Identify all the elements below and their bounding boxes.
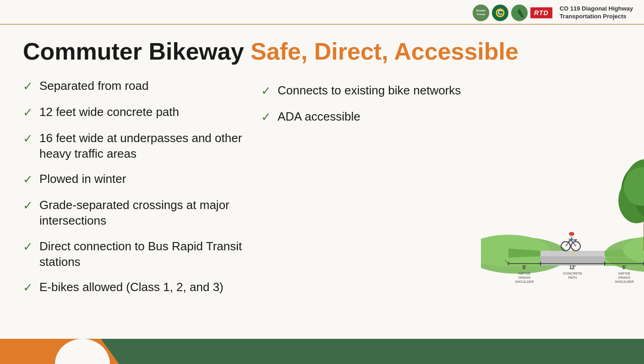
- list-item: ✓ 16 feet wide at underpasses and other …: [23, 131, 261, 162]
- list-item: ✓ ADA accessible: [261, 109, 481, 125]
- checkmark-icon: ✓: [23, 239, 33, 255]
- content-area: ✓ Separated from road ✓ 12 feet wide con…: [23, 78, 621, 306]
- svg-text:5': 5': [523, 265, 526, 270]
- right-column: ✓ Connects to existing bike networks ✓ A…: [261, 78, 481, 306]
- svg-text:12': 12': [569, 265, 576, 270]
- svg-point-37: [569, 232, 574, 236]
- svg-text:County: County: [477, 13, 486, 16]
- svg-rect-12: [540, 256, 605, 265]
- checkmark-icon: ✓: [23, 131, 33, 147]
- checkmark-icon: ✓: [23, 198, 33, 214]
- boulder-county-logo: Boulder County: [473, 5, 489, 21]
- svg-rect-11: [499, 258, 540, 266]
- logo-area: Boulder County C RTD CO 119 Diagonal: [473, 5, 633, 21]
- colorado-logo: C: [492, 5, 508, 21]
- svg-text:GRASS: GRASS: [518, 276, 530, 280]
- svg-text:5': 5': [622, 265, 626, 270]
- svg-text:NATIVE: NATIVE: [618, 271, 631, 276]
- bottom-bar: [0, 336, 644, 364]
- svg-text:CONCRETE: CONCRETE: [563, 271, 582, 276]
- checkmark-icon: ✓: [261, 110, 271, 125]
- svg-text:SHOULDER: SHOULDER: [615, 280, 634, 284]
- list-item: ✓ Separated from road: [23, 78, 261, 94]
- svg-text:Boulder: Boulder: [476, 9, 486, 12]
- mountain-logo: [511, 5, 528, 21]
- header: Boulder County C RTD CO 119 Diagonal: [0, 0, 644, 25]
- svg-text:SHOULDER: SHOULDER: [515, 280, 534, 284]
- svg-text:GRASS: GRASS: [618, 276, 630, 280]
- left-column: ✓ Separated from road ✓ 12 feet wide con…: [23, 78, 261, 306]
- bikeway-illustration-area: 5' NATIVE GRASS SHOULDER 12' CONCRETE PA…: [481, 69, 644, 306]
- checkmark-icon: ✓: [23, 105, 33, 121]
- svg-text:NATIVE: NATIVE: [518, 271, 531, 276]
- list-item: ✓ Grade-separated crossings at major int…: [23, 198, 261, 229]
- list-item: ✓ Plowed in winter: [23, 171, 261, 188]
- checkmark-icon: ✓: [23, 280, 33, 296]
- checkmark-icon: ✓: [23, 79, 33, 94]
- main-content: Commuter Bikeway Safe, Direct, Accessibl…: [0, 25, 644, 315]
- list-item: ✓ Direct connection to Bus Rapid Transit…: [23, 239, 261, 270]
- checkmark-icon: ✓: [23, 172, 33, 188]
- bikeway-svg: 5' NATIVE GRASS SHOULDER 12' CONCRETE PA…: [481, 150, 644, 306]
- svg-text:PATH: PATH: [568, 276, 577, 280]
- list-item: ✓ Connects to existing bike networks: [261, 83, 481, 99]
- list-item: ✓ E-bikes allowed (Class 1, 2, and 3): [23, 280, 261, 296]
- page-title: Commuter Bikeway Safe, Direct, Accessibl…: [23, 39, 621, 65]
- svg-line-33: [569, 239, 571, 240]
- rtd-logo: RTD: [530, 7, 552, 18]
- checkmark-icon: ✓: [261, 83, 271, 99]
- list-item: ✓ 12 feet wide concrete path: [23, 105, 261, 121]
- header-title: CO 119 Diagonal Highway Transportation P…: [560, 5, 633, 21]
